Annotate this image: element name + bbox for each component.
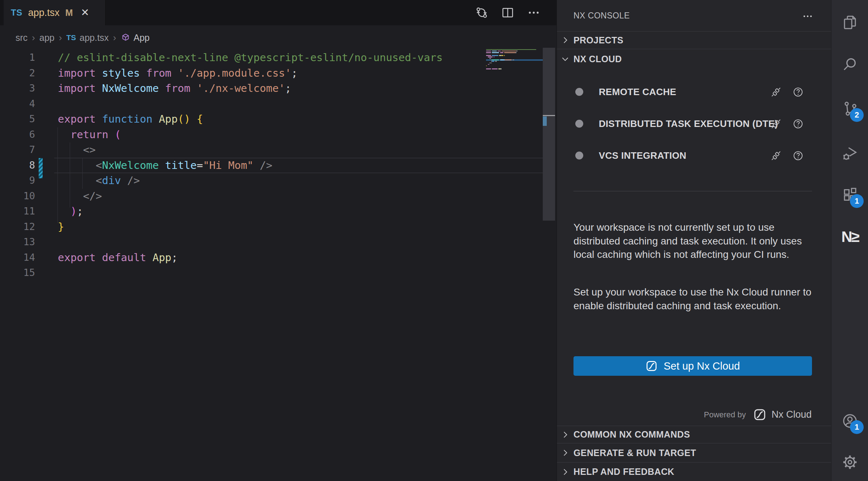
nx-cloud-item-label: VCS INTEGRATION bbox=[599, 149, 686, 162]
code-line: 3import NxWelcome from './nx-welcome'; bbox=[0, 81, 557, 96]
split-editor-icon[interactable] bbox=[500, 5, 515, 20]
breadcrumb-app-folder[interactable]: app bbox=[39, 33, 55, 43]
extensions-icon[interactable]: 1 bbox=[841, 186, 859, 204]
nx-cloud-items: REMOTE CACHE DISTRIBUTED TASK EXECUTION … bbox=[557, 69, 831, 171]
code-line: 7 <> bbox=[0, 142, 557, 158]
breadcrumb: src › app › TS app.tsx › App bbox=[0, 25, 557, 50]
nx-cloud-item[interactable]: VCS INTEGRATION bbox=[557, 140, 831, 171]
powered-by-nx-cloud-link[interactable]: Powered by Nx Cloud bbox=[704, 408, 812, 421]
tab-bar: TS app.tsx M ✕ bbox=[0, 0, 557, 25]
setup-nx-cloud-button[interactable]: Set up Nx Cloud bbox=[573, 356, 812, 376]
tab-app-tsx[interactable]: TS app.tsx M ✕ bbox=[4, 0, 106, 25]
footer-section[interactable]: GENERATE & RUN TARGET bbox=[557, 443, 831, 462]
nx-cloud-body: REMOTE CACHE DISTRIBUTED TASK EXECUTION … bbox=[557, 69, 831, 171]
help-icon[interactable] bbox=[792, 118, 804, 129]
breadcrumb-separator: › bbox=[113, 32, 116, 43]
connect-icon[interactable] bbox=[770, 118, 782, 129]
code-line: 4 bbox=[0, 96, 557, 112]
code-line: 13 bbox=[0, 234, 557, 250]
more-actions-icon[interactable] bbox=[802, 10, 814, 22]
breadcrumb-src[interactable]: src bbox=[16, 33, 27, 43]
search-icon[interactable] bbox=[841, 56, 859, 73]
overview-modified-marker bbox=[543, 116, 547, 126]
setup-button-label: Set up Nx Cloud bbox=[663, 360, 740, 372]
overview-cursor-marker bbox=[543, 115, 555, 116]
code-line: 6 return ( bbox=[0, 127, 557, 142]
code-line: 2import styles from './app.module.css'; bbox=[0, 65, 557, 81]
chevron-down-icon bbox=[560, 54, 570, 64]
connect-icon[interactable] bbox=[770, 150, 782, 161]
section-label: PROJECTS bbox=[573, 35, 623, 46]
breadcrumb-app-symbol[interactable]: App bbox=[134, 33, 150, 43]
chevron-right-icon bbox=[560, 448, 570, 457]
code-line: 5export function App() { bbox=[0, 111, 557, 127]
panel-title-row: NX CONSOLE bbox=[557, 0, 831, 31]
nx-cloud-item[interactable]: DISTRIBUTED TASK EXECUTION (DTE) bbox=[557, 108, 831, 140]
section-label: HELP AND FEEDBACK bbox=[573, 467, 674, 477]
section-label: NX CLOUD bbox=[573, 54, 622, 64]
nx-logo: N≥ bbox=[841, 228, 859, 246]
code-line: 9 <div /> bbox=[0, 173, 557, 188]
nx-cloud-item-label: DISTRIBUTED TASK EXECUTION (DTE) bbox=[599, 117, 778, 131]
nx-cloud-item[interactable]: REMOTE CACHE bbox=[557, 76, 831, 108]
accounts-badge: 1 bbox=[850, 420, 864, 434]
status-dot-icon bbox=[575, 120, 583, 128]
editor-group: TS app.tsx M ✕ bbox=[0, 0, 557, 481]
typescript-file-icon: TS bbox=[66, 33, 76, 42]
panel-title: NX CONSOLE bbox=[573, 11, 630, 21]
code-line: 1// eslint-disable-next-line @typescript… bbox=[0, 50, 557, 65]
code-line: 15 bbox=[0, 265, 557, 281]
code-line: 8 <NxWelcome title="Hi Mom" /> bbox=[0, 158, 557, 173]
nx-cloud-logo-icon bbox=[645, 360, 658, 372]
explorer-icon[interactable] bbox=[841, 14, 859, 31]
extensions-badge: 1 bbox=[850, 194, 864, 208]
chevron-right-icon bbox=[560, 467, 570, 477]
run-and-debug-icon[interactable] bbox=[841, 145, 859, 162]
symbol-class-icon bbox=[121, 33, 130, 43]
nx-cloud-brand-label: Nx Cloud bbox=[772, 409, 812, 420]
breadcrumb-separator: › bbox=[32, 32, 35, 43]
powered-by-label: Powered by bbox=[704, 410, 746, 420]
nx-console-panel: NX CONSOLE PROJECTS NX CLOUD REMOTE CACH… bbox=[557, 0, 831, 481]
connect-icon[interactable] bbox=[770, 86, 782, 98]
section-label: COMMON NX COMMANDS bbox=[573, 429, 690, 440]
chevron-right-icon bbox=[560, 430, 570, 439]
typescript-file-icon: TS bbox=[11, 8, 22, 18]
code-line: 12} bbox=[0, 219, 557, 235]
help-icon[interactable] bbox=[792, 150, 804, 161]
setup-hint-text: Set up your workspace to use the Nx Clou… bbox=[573, 285, 813, 312]
breadcrumb-separator: › bbox=[59, 32, 62, 43]
breadcrumb-app-tsx[interactable]: app.tsx bbox=[80, 33, 109, 43]
source-control-icon[interactable]: 2 bbox=[841, 100, 859, 118]
nx-cloud-item-label: REMOTE CACHE bbox=[599, 85, 676, 99]
tab-filename: app.tsx bbox=[28, 7, 60, 18]
status-dot-icon bbox=[575, 152, 583, 159]
scrollbar[interactable] bbox=[543, 48, 555, 221]
section-nx-cloud[interactable]: NX CLOUD bbox=[557, 49, 831, 69]
open-changes-icon[interactable] bbox=[474, 5, 489, 20]
activity-bar: 2 1 N≥ 1 bbox=[831, 0, 868, 481]
workspace-status-text: Your workspace is not currently set up t… bbox=[573, 221, 813, 261]
minimap[interactable] bbox=[486, 49, 543, 74]
chevron-right-icon bbox=[560, 35, 570, 45]
accounts-icon[interactable]: 1 bbox=[841, 412, 859, 430]
git-modified-badge: M bbox=[65, 8, 73, 18]
close-icon[interactable]: ✕ bbox=[81, 8, 89, 18]
minimap-line bbox=[486, 69, 543, 71]
nx-console-icon[interactable]: N≥ bbox=[841, 228, 859, 246]
code-line: 11 ); bbox=[0, 204, 557, 219]
status-dot-icon bbox=[575, 88, 583, 96]
help-icon[interactable] bbox=[792, 86, 804, 98]
code-lines: 1// eslint-disable-next-line @typescript… bbox=[0, 50, 557, 281]
code-line: 14export default App; bbox=[0, 250, 557, 265]
section-projects[interactable]: PROJECTS bbox=[557, 31, 831, 49]
code-editor[interactable]: 1// eslint-disable-next-line @typescript… bbox=[0, 50, 557, 481]
section-label: GENERATE & RUN TARGET bbox=[573, 448, 696, 458]
footer-section[interactable]: HELP AND FEEDBACK bbox=[557, 462, 831, 481]
source-control-badge: 2 bbox=[850, 108, 864, 122]
settings-gear-icon[interactable] bbox=[841, 454, 859, 471]
nx-cloud-logo-icon bbox=[753, 408, 766, 421]
more-actions-icon[interactable] bbox=[527, 5, 541, 20]
divider bbox=[573, 191, 812, 191]
footer-section[interactable]: COMMON NX COMMANDS bbox=[557, 426, 831, 443]
